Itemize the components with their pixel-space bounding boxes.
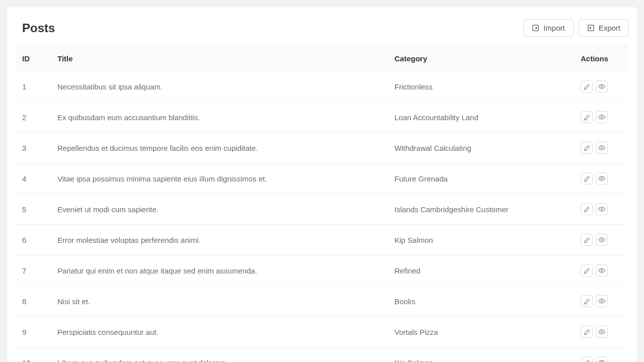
eye-icon (598, 267, 605, 274)
table-row: 6Error molestiae voluptas perferendis an… (15, 225, 629, 255)
edit-button[interactable] (581, 326, 593, 338)
cell-title: Nisi sit et. (50, 286, 387, 317)
svg-point-3 (601, 85, 603, 87)
col-header-actions: Actions (574, 46, 629, 71)
view-button[interactable] (596, 295, 608, 307)
eye-icon (598, 328, 605, 335)
header-actions: Import Export (523, 19, 629, 37)
view-button[interactable] (596, 142, 608, 154)
svg-point-5 (601, 116, 603, 118)
view-button[interactable] (596, 264, 608, 277)
cell-id: 6 (15, 225, 50, 255)
cell-actions (574, 317, 629, 347)
col-header-title[interactable]: Title (50, 46, 387, 71)
table-row: 7Pariatur qui enim et non atque itaque s… (15, 255, 629, 286)
edit-icon (584, 237, 590, 243)
cell-actions (574, 194, 629, 225)
cell-category: Loan Accountability Land (387, 102, 574, 133)
edit-icon (584, 206, 590, 213)
cell-category: Vortals Pizza (387, 317, 574, 347)
view-button[interactable] (596, 172, 608, 185)
edit-button[interactable] (581, 264, 593, 277)
edit-icon (584, 359, 590, 363)
cell-id: 10 (15, 347, 50, 363)
view-button[interactable] (596, 234, 608, 246)
import-button[interactable]: Import (523, 19, 574, 37)
table-row: 10Libero quo quibusdam aut quas vero sun… (15, 347, 629, 363)
svg-point-19 (601, 331, 603, 333)
cell-actions (574, 133, 629, 163)
cell-id: 8 (15, 286, 50, 317)
edit-button[interactable] (581, 172, 593, 185)
cell-title: Pariatur qui enim et non atque itaque se… (50, 255, 387, 286)
cell-title: Perspiciatis consequuntur aut. (50, 317, 387, 347)
eye-icon (598, 298, 605, 305)
cell-actions (574, 255, 629, 286)
svg-point-15 (601, 269, 603, 272)
cell-category: Kip Salmon (387, 347, 574, 363)
eye-icon (598, 206, 605, 213)
table-row: 2Ex quibusdam eum accusantium blanditiis… (15, 102, 629, 133)
table-row: 5Eveniet ut modi cum sapiente.Islands Ca… (15, 194, 629, 225)
cell-title: Ex quibusdam eum accusantium blanditiis. (50, 102, 387, 133)
view-button[interactable] (596, 356, 608, 362)
cell-actions (574, 163, 629, 194)
svg-point-13 (601, 239, 603, 241)
edit-button[interactable] (581, 295, 593, 307)
cell-actions (574, 102, 629, 133)
view-button[interactable] (596, 111, 608, 123)
edit-icon (584, 145, 590, 151)
eye-icon (598, 236, 605, 243)
export-icon (587, 24, 595, 32)
svg-point-9 (601, 177, 603, 179)
edit-button[interactable] (581, 234, 593, 246)
cell-category: Kip Salmon (387, 225, 574, 255)
table-row: 1Necessitatibus sit ipsa aliquam.Frictio… (15, 71, 629, 102)
view-button[interactable] (596, 80, 608, 93)
edit-icon (584, 83, 590, 90)
eye-icon (598, 359, 605, 362)
import-icon (532, 24, 539, 32)
posts-table: ID Title Category Actions 1Necessitatibu… (15, 46, 629, 362)
cell-actions (574, 347, 629, 363)
table-row: 8Nisi sit et.Books (15, 286, 629, 317)
cell-actions (574, 71, 629, 102)
cell-category: Islands Cambridgeshire Customer (387, 194, 574, 225)
view-button[interactable] (596, 203, 608, 215)
cell-id: 7 (15, 255, 50, 286)
edit-icon (584, 267, 590, 274)
edit-button[interactable] (581, 142, 593, 154)
edit-button[interactable] (581, 111, 593, 123)
col-header-id[interactable]: ID (15, 46, 50, 71)
cell-category: Frictionless (387, 71, 574, 102)
cell-category: Future Grenada (387, 163, 574, 194)
svg-point-7 (601, 147, 603, 149)
edit-button[interactable] (581, 80, 593, 93)
view-button[interactable] (596, 326, 608, 338)
eye-icon (598, 83, 605, 90)
cell-id: 9 (15, 317, 50, 347)
col-header-category[interactable]: Category (387, 46, 574, 71)
table-row: 9Perspiciatis consequuntur aut.Vortals P… (15, 317, 629, 347)
cell-id: 5 (15, 194, 50, 225)
eye-icon (598, 144, 605, 151)
cell-title: Repellendus et ducimus tempore facilis e… (50, 133, 387, 163)
cell-id: 4 (15, 163, 50, 194)
export-button[interactable]: Export (579, 19, 629, 37)
edit-icon (584, 114, 590, 121)
cell-title: Eveniet ut modi cum sapiente. (50, 194, 387, 225)
cell-title: Libero quo quibusdam aut quas vero sunt … (50, 347, 387, 363)
table-row: 3Repellendus et ducimus tempore facilis … (15, 133, 629, 163)
table-row: 4Vitae ipsa possimus minima sapiente eiu… (15, 163, 629, 194)
svg-point-17 (601, 300, 603, 302)
cell-category: Withdrawal Calculating (387, 133, 574, 163)
import-button-label: Import (543, 23, 565, 33)
cell-id: 1 (15, 71, 50, 102)
cell-title: Error molestiae voluptas perferendis ani… (50, 225, 387, 255)
edit-button[interactable] (581, 203, 593, 215)
edit-button[interactable] (581, 356, 593, 362)
export-button-label: Export (599, 23, 620, 33)
cell-category: Books (387, 286, 574, 317)
cell-id: 3 (15, 133, 50, 163)
cell-actions (574, 286, 629, 317)
